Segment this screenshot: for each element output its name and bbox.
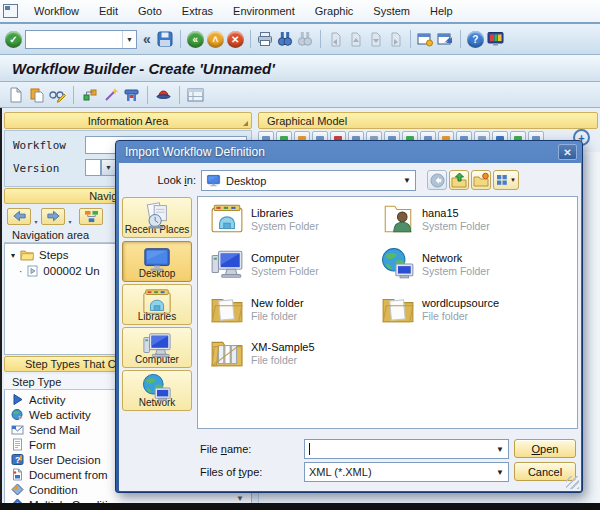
find-next-icon[interactable] [297,31,314,48]
tree-node-step[interactable]: · 000002 Un [19,265,100,277]
standard-toolbar: ✓ ▼ « « ˄ ✕ [0,24,600,55]
information-area-header[interactable]: Information Area [4,112,252,129]
command-dropdown-icon[interactable]: ▼ [122,31,136,48]
views-menu-icon[interactable]: ▼ [493,170,519,190]
activate-icon[interactable] [155,86,172,103]
nav-back-button[interactable] [7,208,31,225]
toolbar-separator [180,30,181,48]
collapse-icon[interactable]: « [140,31,154,47]
folder-icon [381,292,415,326]
graphical-model-header[interactable]: Graphical Model [258,112,598,129]
user-folder-icon [381,202,415,236]
version-value[interactable] [85,159,101,176]
back-nav-icon[interactable] [427,170,447,190]
cancel-icon[interactable]: ✕ [227,31,244,48]
menu-system[interactable]: System [363,1,420,21]
new-session-icon[interactable] [417,31,434,48]
chevron-down-icon[interactable]: ▼ [492,440,508,458]
up-one-level-icon[interactable] [449,170,469,190]
exit-icon[interactable]: ˄ [207,31,224,48]
import-icon[interactable] [123,86,140,103]
toolbar-separator [73,86,74,104]
file-item-computer[interactable]: ComputerSystem Folder [210,244,378,284]
sap-screen-icon[interactable] [3,4,18,18]
text-caret [309,443,310,455]
enter-icon[interactable]: ✓ [5,31,22,48]
dialog-title-bar[interactable]: Import Workflow Definition [116,141,582,163]
toolbar-separator [250,30,251,48]
file-list: LibrariesSystem Folder hana15System Fold… [197,196,578,429]
place-computer[interactable]: Computer [122,327,192,368]
create-shortcut-icon[interactable] [437,31,454,48]
back-icon[interactable]: « [187,31,204,48]
close-icon[interactable]: ✕ [558,144,577,160]
menu-help[interactable]: Help [420,1,463,21]
network-icon [142,373,172,403]
open-button[interactable]: Open [514,439,576,458]
version-label: Version [13,162,59,175]
screen-title-bar: Workflow Builder - Create 'Unnamed' [0,55,600,82]
customize-layout-icon[interactable] [487,31,504,48]
print-icon[interactable] [257,31,274,48]
dropdown-icon[interactable]: ▼ [236,494,244,503]
file-item-xm-sample5[interactable]: XM-Sample5File folder [210,333,378,373]
files-of-type-select[interactable]: XML (*.XML) ▼ [304,462,509,482]
last-page-icon[interactable] [387,31,404,48]
nav-forward-button[interactable] [41,208,65,225]
find-icon[interactable] [277,31,294,48]
folder-icon [20,249,34,261]
next-page-icon[interactable] [367,31,384,48]
menu-bar: Workflow Edit Goto Extras Environment Gr… [0,0,600,24]
copy-icon[interactable] [28,86,45,103]
place-libraries[interactable]: Libraries [122,284,192,325]
libraries-icon [142,287,172,317]
menu-graphic[interactable]: Graphic [305,1,364,21]
menu-edit[interactable]: Edit [89,1,128,21]
chevron-down-icon[interactable]: ▼ [492,463,508,481]
place-network[interactable]: Network [122,370,192,411]
place-recent-places[interactable]: Recent Places [122,197,192,238]
file-item-wordlcupsource[interactable]: wordlcupsourceFile folder [381,289,549,329]
first-page-icon[interactable] [327,31,344,48]
workflow-label: Workflow [13,139,66,152]
menu-environment[interactable]: Environment [223,1,305,21]
toolbar-separator [460,30,461,48]
help-icon[interactable]: ? [467,31,484,48]
file-item-libraries[interactable]: LibrariesSystem Folder [210,199,378,239]
condition-icon [11,483,24,496]
nav-forward-dropdown-icon[interactable]: ▾ [66,208,74,225]
toolbar-separator [410,30,411,48]
create-icon[interactable] [7,86,24,103]
place-desktop[interactable]: Desktop [122,241,192,282]
step-types-header-label: Step Types That Ca [25,358,122,370]
resize-grip[interactable] [566,476,579,489]
dialog-body: Look in: Desktop ▼ ▼ Recent P [119,163,581,491]
computer-icon [142,330,172,360]
wizard-icon[interactable] [102,86,119,103]
desktop-icon [206,173,221,188]
tree-expand-icon[interactable]: ▾ [11,251,15,260]
menu-goto[interactable]: Goto [128,1,172,21]
bullet-icon: · [19,266,22,277]
new-folder-icon[interactable] [471,170,491,190]
file-name-input[interactable]: ▼ [304,439,509,459]
version-dropdown-icon[interactable]: ▼ [101,159,116,176]
file-item-network[interactable]: NetworkSystem Folder [381,244,549,284]
step-icon [27,265,38,277]
chevron-down-icon[interactable]: ▼ [399,171,415,190]
file-item-new-folder[interactable]: New folderFile folder [210,289,378,329]
menu-workflow[interactable]: Workflow [24,1,89,21]
display-change-icon[interactable] [49,86,66,103]
nav-back-dropdown-icon[interactable]: ▾ [32,208,40,225]
previous-page-icon[interactable] [347,31,364,48]
menu-extras[interactable]: Extras [172,1,223,21]
look-in-select[interactable]: Desktop ▼ [201,170,416,191]
web-activity-icon [11,408,24,421]
structure-view-button[interactable] [79,208,103,225]
test-icon[interactable] [81,86,98,103]
command-field[interactable]: ▼ [25,30,137,49]
save-icon[interactable] [157,31,174,48]
tree-node-steps[interactable]: ▾ Steps [11,249,68,261]
table-view-icon[interactable] [187,86,204,103]
file-item-hana15[interactable]: hana15System Folder [381,199,549,239]
